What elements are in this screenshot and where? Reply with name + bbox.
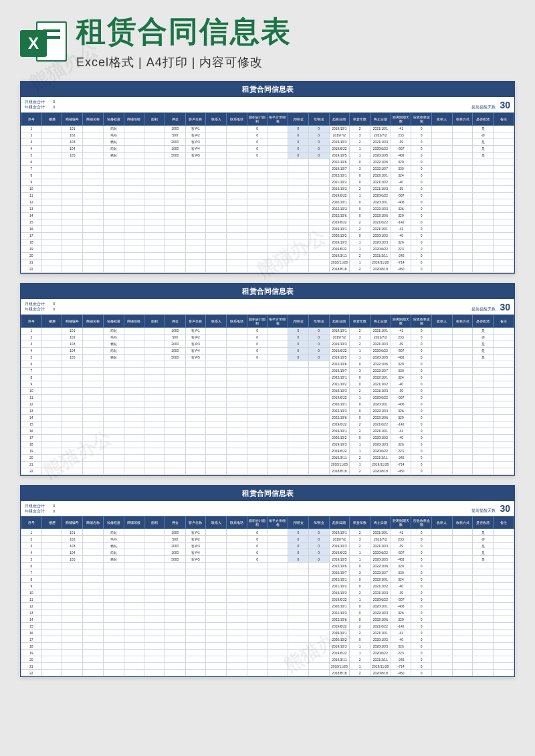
cell — [308, 663, 329, 670]
cell — [62, 225, 83, 232]
cell — [144, 252, 165, 259]
cell — [494, 636, 514, 643]
cell: 0 — [247, 152, 268, 159]
cell: 329 — [391, 414, 411, 421]
column-header: 收租人 — [432, 516, 453, 529]
cell — [247, 650, 268, 656]
cell — [124, 252, 144, 259]
cell — [432, 596, 453, 603]
cell — [41, 441, 62, 448]
cell — [473, 387, 494, 394]
cell — [165, 623, 185, 630]
cell — [206, 401, 227, 407]
cell: 2020/8/18 — [370, 670, 391, 676]
yearly-rent-value: 0 — [53, 105, 55, 109]
cell — [124, 232, 144, 239]
cell — [124, 656, 144, 663]
cell — [308, 246, 329, 252]
cell — [452, 132, 473, 138]
cell — [103, 212, 124, 219]
monthly-rent-value: 0 — [53, 100, 55, 104]
cell — [473, 172, 494, 179]
cell — [185, 225, 206, 232]
cell: 2019/10/3 — [329, 138, 350, 145]
cell — [308, 401, 329, 407]
cell — [452, 246, 473, 252]
table-row: 2102毛坯500客户20002019/7/232022/7/22330否 — [21, 334, 514, 341]
cell — [432, 549, 453, 556]
cell — [124, 374, 144, 381]
cell: 2022/10/6 — [329, 414, 350, 421]
cell — [83, 454, 104, 461]
cell — [227, 165, 247, 172]
cell — [206, 663, 227, 670]
cell — [185, 421, 206, 428]
cell — [165, 663, 185, 670]
cell — [144, 199, 165, 205]
cell — [308, 252, 329, 259]
cell — [452, 374, 473, 381]
cell — [227, 225, 247, 232]
monthly-rent-label: 月租金合计 — [25, 302, 45, 306]
cell — [494, 327, 514, 334]
cell — [185, 468, 206, 474]
cell — [41, 259, 62, 266]
cell — [452, 556, 473, 563]
cell — [227, 549, 247, 556]
cell: 2019/7/2 — [329, 132, 350, 138]
cell — [268, 636, 288, 643]
cell — [83, 132, 104, 138]
yearly-rent-label: 年租金合计 — [25, 509, 45, 513]
cell: 0 — [411, 367, 432, 374]
cell — [452, 407, 473, 414]
cell — [144, 361, 165, 367]
cell — [41, 609, 62, 616]
cell — [185, 266, 206, 272]
table-row: 62022/10/602022/10/63290 — [21, 159, 514, 165]
cell: 0 — [247, 556, 268, 563]
cell — [268, 441, 288, 448]
cell — [144, 609, 165, 616]
cell — [268, 543, 288, 549]
cell: 0 — [411, 327, 432, 334]
cell — [432, 441, 453, 448]
cell: 2019/10/7 — [329, 569, 350, 576]
cell — [41, 468, 62, 474]
cell: 否 — [473, 132, 494, 138]
cell: 2021/10/1 — [370, 630, 391, 636]
cell — [288, 630, 309, 636]
cell — [247, 266, 268, 272]
cell — [268, 165, 288, 172]
cell — [165, 596, 185, 603]
cell — [165, 159, 185, 165]
cell: 2020/6/22 — [370, 448, 391, 454]
cell — [494, 232, 514, 239]
cell — [206, 205, 227, 212]
cell — [432, 381, 453, 387]
cell — [227, 468, 247, 474]
cell: 毛坯 — [103, 334, 124, 341]
cell: 2019/3/11 — [329, 656, 350, 663]
cell — [452, 623, 473, 630]
cell: 0 — [411, 623, 432, 630]
cell: 20 — [21, 252, 42, 259]
cell — [432, 421, 453, 428]
column-header: 面积 — [144, 112, 165, 125]
cell — [452, 609, 473, 616]
cell: 2022/10/6 — [370, 159, 391, 165]
cell — [206, 448, 227, 454]
cell: 0 — [411, 252, 432, 259]
cell: -142 — [391, 421, 411, 428]
reminder-value: 30 — [500, 100, 510, 110]
cell — [494, 341, 514, 347]
cell — [206, 623, 227, 630]
cell: 326 — [391, 609, 411, 616]
cell — [288, 159, 309, 165]
cell: 0 — [288, 145, 309, 152]
cell — [268, 145, 288, 152]
cell — [83, 670, 104, 676]
cell — [83, 529, 104, 536]
cell: 1000 — [165, 327, 185, 334]
cell: 223 — [391, 448, 411, 454]
cell: 客户1 — [185, 529, 206, 536]
